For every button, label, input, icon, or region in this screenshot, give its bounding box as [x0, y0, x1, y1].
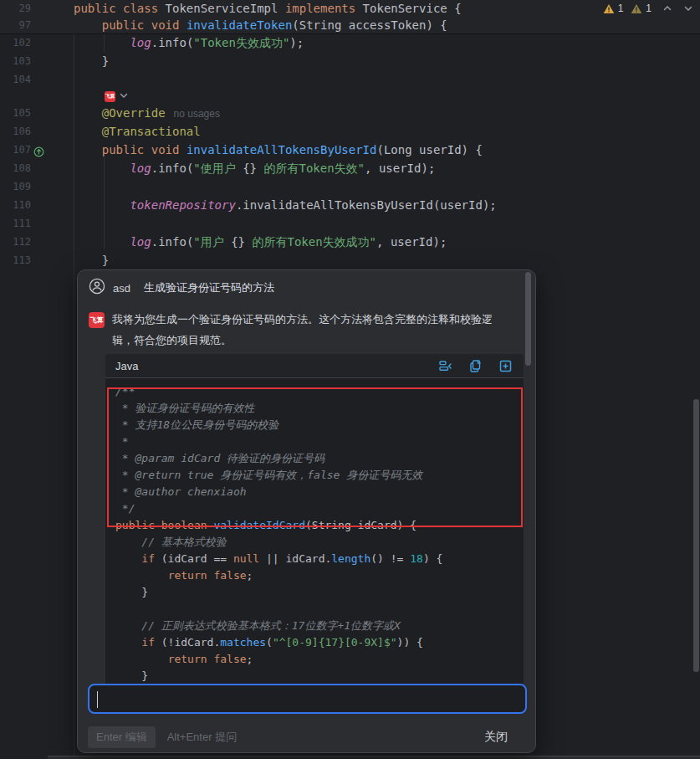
sticky-lines-panel: 29public class TokenServiceImpl implemen…	[0, 0, 700, 34]
code-line[interactable]: }	[74, 251, 109, 269]
ai-inline-chat-popup: asd 生成验证身份证号码的方法 飞算 我将为您生成一个验证身份证号码的方法。这…	[77, 269, 536, 753]
code-line[interactable]: log.info("使用户 {} 的所有Token失效", userId);	[74, 159, 435, 177]
editor-gutter[interactable]: 111	[0, 214, 74, 233]
line-number: 105	[13, 104, 31, 122]
code-line[interactable]: log.info("Token失效成功");	[74, 33, 304, 52]
line-number: 112	[13, 233, 31, 251]
editor-gutter[interactable]: 103	[0, 52, 74, 70]
generated-code-line: return false;	[115, 567, 524, 584]
feisuan-ai-inlay-icon[interactable]: 飞算	[105, 91, 115, 102]
generated-code-line: return false;	[115, 651, 524, 668]
generated-code-line: // 基本格式校验	[115, 534, 524, 551]
line-number: 97	[19, 17, 31, 33]
chevron-down-icon[interactable]	[119, 87, 129, 105]
code-language-label: Java	[115, 360, 138, 372]
editor-code-area[interactable]: 102 log.info("Token失效成功");103 }104飞算105 …	[0, 33, 700, 269]
editor-gutter[interactable]: 109	[0, 177, 74, 196]
editor-gutter[interactable]: 107	[0, 141, 74, 159]
editor-gutter[interactable]: 110	[0, 196, 74, 214]
generated-code-line: /**	[115, 383, 524, 400]
warning-triangle-icon[interactable]: 1	[603, 3, 624, 14]
code-line[interactable]: public void invalidateToken(String acces…	[74, 17, 447, 33]
user-circle-icon	[89, 278, 105, 298]
generated-code-line: }	[115, 668, 524, 684]
user-name: asd	[113, 282, 130, 295]
generated-code-line: *	[115, 433, 524, 450]
assistant-message-text: 我将为您生成一个验证身份证号码的方法。这个方法将包含完整的注释和校验逻 辑，符合…	[112, 309, 522, 351]
editor-gutter[interactable]: 105	[0, 104, 74, 122]
generated-code-line: }	[115, 584, 524, 601]
line-number: 103	[13, 52, 31, 70]
alt-enter-ask-hint: Alt+Enter 提问	[167, 730, 237, 745]
enter-edit-hint: Enter 编辑	[88, 726, 156, 748]
chevron-down-icon[interactable]	[683, 3, 693, 13]
editor-scrollbar-thumb[interactable]	[693, 399, 699, 672]
generated-code-line: * @author chenxiaoh	[115, 484, 524, 500]
code-block-header: Java	[105, 354, 524, 378]
chevron-up-icon[interactable]	[662, 3, 672, 13]
user-query-text: 生成验证身份证号码的方法	[144, 280, 274, 295]
new-file-plus-icon[interactable]	[498, 359, 513, 373]
line-number: 110	[13, 196, 31, 214]
code-line[interactable]: }	[74, 52, 109, 70]
editor-gutter[interactable]: 97	[0, 17, 74, 33]
line-number: 113	[13, 251, 31, 269]
code-block-toolbar	[438, 359, 513, 373]
generated-code-line: // 正则表达式校验基本格式：17位数字+1位数字或X	[115, 618, 524, 634]
text-caret	[97, 691, 98, 708]
line-number: 111	[13, 214, 31, 233]
generated-code-block: Java /** * 验证身份证号码的有效性 * 支持18位公民身份号码的校验 …	[105, 354, 524, 684]
generated-code-line: */	[115, 500, 524, 517]
bottom-panel-edge	[48, 756, 700, 759]
popup-scrollbar-thumb[interactable]	[525, 272, 531, 366]
code-line[interactable]: log.info("用户 {} 的所有Token失效成功", userId);	[74, 233, 447, 251]
weak-warning-triangle-icon[interactable]: 1	[631, 3, 651, 14]
generated-code-line: * @return true 身份证号码有效，false 身份证号码无效	[115, 467, 524, 484]
inspections-widget[interactable]: 11	[603, 3, 693, 14]
user-message-row: asd 生成验证身份证号码的方法	[89, 277, 519, 299]
inspection-count: 1	[646, 3, 651, 14]
editor-gutter[interactable]: 104	[0, 70, 74, 89]
code-block-body[interactable]: /** * 验证身份证号码的有效性 * 支持18位公民身份号码的校验 * * @…	[105, 378, 524, 684]
code-line[interactable]: @Overrideno usages	[74, 104, 220, 122]
line-number: 29	[19, 0, 31, 17]
inspection-count: 1	[618, 3, 624, 14]
generated-code-line: public boolean validateIdCard(String idC…	[115, 517, 524, 534]
close-button[interactable]: 关闭	[484, 730, 508, 745]
generated-code-line: if (idCard == null || idCard.length() !=…	[115, 551, 524, 567]
line-number: 108	[13, 159, 31, 177]
insert-at-caret-icon[interactable]	[438, 359, 452, 373]
line-number: 107	[13, 141, 31, 159]
editor-gutter[interactable]: 29	[0, 0, 74, 17]
line-number: 106	[13, 122, 31, 141]
generated-code-line: * 验证身份证号码的有效性	[115, 400, 524, 417]
line-number: 104	[13, 70, 31, 89]
popup-footer: Enter 编辑 Alt+Enter 提问 关闭	[88, 726, 508, 749]
editor-gutter[interactable]: 113	[0, 251, 74, 269]
prompt-input[interactable]	[88, 684, 527, 714]
editor-gutter[interactable]: 102	[0, 33, 74, 52]
editor-gutter[interactable]: 106	[0, 122, 74, 141]
code-line[interactable]: public void invalidateAllTokensByUserId(…	[74, 141, 483, 159]
feisuan-ai-icon: 飞算	[89, 312, 105, 328]
assistant-message-row: 飞算 我将为您生成一个验证身份证号码的方法。这个方法将包含完整的注释和校验逻 辑…	[89, 309, 522, 351]
editor-gutter[interactable]: 112	[0, 233, 74, 251]
generated-code-line	[115, 601, 524, 618]
line-number: 109	[13, 177, 31, 196]
editor-gutter[interactable]: 108	[0, 159, 74, 177]
code-line[interactable]: tokenRepository.invalidateAllTokensByUse…	[74, 196, 497, 214]
generated-code-line: if (!idCard.matches("^[0-9]{17}[0-9X]$")…	[115, 634, 524, 651]
generated-code-line: * @param idCard 待验证的身份证号码	[115, 450, 524, 467]
code-line[interactable]: public class TokenServiceImpl implements…	[74, 0, 462, 17]
ide-screen: 29public class TokenServiceImpl implemen…	[0, 0, 700, 759]
line-number: 102	[13, 33, 31, 52]
code-line[interactable]: @Transactional	[74, 122, 201, 141]
copy-icon[interactable]	[468, 359, 483, 373]
generated-code-line: * 支持18位公民身份号码的校验	[115, 417, 524, 433]
